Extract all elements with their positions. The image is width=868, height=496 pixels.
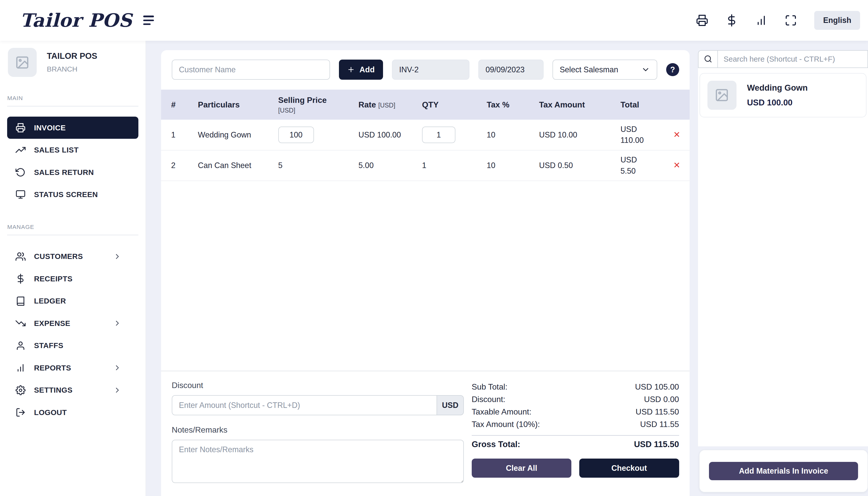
add-button-label: Add: [360, 65, 375, 74]
col-header-rate: Rate [USD]: [359, 100, 422, 109]
sidebar-item-label: STAFFS: [34, 341, 63, 350]
image-icon: [715, 88, 729, 102]
invoice-number-input[interactable]: [392, 60, 469, 80]
sidebar-item-receipts[interactable]: RECEIPTS: [7, 268, 138, 290]
row-number: 1: [171, 130, 198, 139]
sidebar-item-label: RECEIPTS: [34, 275, 72, 283]
dollar-icon: [725, 14, 738, 27]
add-materials-card: Add Materials In Invoice: [699, 450, 868, 493]
invoice-item-row: 2 Can Can Sheet 5 5.00 1 10 USD 0.50 USD…: [161, 151, 690, 181]
selling-price-input[interactable]: [278, 126, 314, 143]
fullscreen-icon: [785, 14, 797, 27]
sidebar-item-staffs[interactable]: STAFFS: [7, 335, 138, 357]
customer-name-input[interactable]: [172, 60, 330, 80]
delete-row-button[interactable]: ✕: [673, 161, 680, 170]
sidebar: TAILOR POS BRANCH MAININVOICESALES LISTS…: [0, 41, 146, 496]
sidebar-item-sales-list[interactable]: SALES LIST: [7, 139, 138, 161]
gear-icon: [16, 385, 26, 395]
col-header-tax-amount: Tax Amount: [539, 100, 620, 109]
delete-row-button[interactable]: ✕: [673, 130, 680, 139]
printer-icon: [16, 123, 26, 133]
salesman-select-value: Select Salesman: [560, 65, 618, 74]
sidebar-item-label: EXPENSE: [34, 319, 70, 328]
chevron-right-icon: [113, 319, 122, 327]
app-root: Tailor POS English TAILOR POS BRANCH MAI…: [0, 0, 868, 496]
gross-total-row: Gross Total: USD 115.50: [472, 439, 679, 449]
discount-label: Discount: [172, 381, 464, 390]
product-name: Wedding Gown: [747, 83, 808, 93]
row-tax-amount: USD 0.50: [539, 161, 620, 170]
invoice-footer: Discount USD Notes/Remarks Sub Total:USD…: [161, 371, 690, 496]
dollar-icon[interactable]: [725, 14, 738, 27]
sidebar-item-ledger[interactable]: LEDGER: [7, 290, 138, 312]
image-icon: [15, 55, 30, 70]
items-table-header: # Particulars Selling Price[USD] Rate [U…: [161, 90, 690, 120]
col-header-particulars: Particulars: [198, 100, 278, 109]
summary-label: Discount:: [472, 393, 505, 406]
notes-textarea[interactable]: [172, 440, 464, 483]
products-panel: Wedding Gown USD 100.00 Add Materials In…: [698, 41, 868, 496]
profile-name: TAILOR POS: [47, 51, 98, 61]
sidebar-section-label: MANAGE: [7, 223, 138, 235]
sidebar-item-logout[interactable]: LOGOUT: [7, 401, 138, 424]
sidebar-item-label: SALES LIST: [34, 146, 78, 154]
products-card: Wedding Gown USD 100.00: [698, 50, 868, 446]
product-image-placeholder: [707, 81, 736, 110]
main-area: Add Select Salesman ? # Particulars Sell…: [146, 41, 698, 496]
help-button[interactable]: ?: [666, 63, 679, 76]
totals-divider: [472, 435, 679, 436]
bar-chart-icon: [16, 363, 26, 373]
page-body: TAILOR POS BRANCH MAININVOICESALES LISTS…: [0, 41, 868, 496]
chevron-right-icon: [113, 252, 122, 261]
sidebar-item-invoice[interactable]: INVOICE: [7, 117, 138, 139]
qty-input[interactable]: [422, 126, 455, 143]
printer-icon[interactable]: [696, 14, 708, 27]
menu-toggle-icon[interactable]: [141, 14, 156, 28]
invoice-card: Add Select Salesman ? # Particulars Sell…: [161, 50, 690, 496]
add-materials-button[interactable]: Add Materials In Invoice: [709, 462, 858, 480]
profile-branch: BRANCH: [47, 65, 98, 73]
gross-total-value: USD 115.50: [634, 439, 679, 449]
sidebar-item-settings[interactable]: SETTINGS: [7, 379, 138, 402]
discount-input[interactable]: [172, 395, 437, 415]
product-search-input[interactable]: [717, 50, 868, 68]
gross-total-label: Gross Total:: [472, 439, 520, 449]
sidebar-item-reports[interactable]: REPORTS: [7, 357, 138, 379]
printer-icon: [696, 14, 708, 27]
selling-price-value: 5: [278, 161, 283, 170]
row-total: USD 110.00: [620, 124, 652, 146]
chevron-right-icon: [113, 363, 122, 372]
sidebar-item-status-screen[interactable]: STATUS SCREEN: [7, 183, 138, 206]
trending-down-icon: [16, 318, 26, 328]
summary-value: USD 0.00: [644, 393, 679, 406]
sidebar-item-customers[interactable]: CUSTOMERS: [7, 246, 138, 268]
checkout-button[interactable]: Checkout: [579, 459, 679, 477]
row-rate: 5.00: [359, 161, 422, 170]
profile-block: TAILOR POS BRANCH: [0, 48, 146, 77]
search-icon: [704, 55, 712, 63]
invoice-item-row: 1 Wedding Gown USD 100.00 10 USD 10.00 U…: [161, 120, 690, 150]
summary-value: USD 105.00: [635, 381, 679, 393]
product-card[interactable]: Wedding Gown USD 100.00: [700, 73, 866, 118]
avatar: [8, 48, 37, 77]
sidebar-section-label: MAIN: [7, 95, 138, 107]
add-item-button[interactable]: Add: [339, 60, 383, 80]
salesman-select[interactable]: Select Salesman: [553, 60, 657, 80]
invoice-date-input[interactable]: [478, 60, 543, 80]
sidebar-item-label: STATUS SCREEN: [34, 190, 98, 199]
sidebar-item-label: SALES RETURN: [34, 168, 94, 177]
fullscreen-icon[interactable]: [785, 14, 797, 27]
sidebar-item-expense[interactable]: EXPENSE: [7, 312, 138, 335]
product-list: Wedding Gown USD 100.00: [698, 68, 868, 118]
summary-label: Tax Amount (10%):: [472, 418, 540, 431]
bar-chart-icon[interactable]: [755, 14, 767, 27]
language-button[interactable]: English: [814, 11, 860, 30]
col-header-selling-price: Selling Price[USD]: [278, 95, 359, 114]
clear-all-button[interactable]: Clear All: [472, 459, 572, 477]
sidebar-item-sales-return[interactable]: SALES RETURN: [7, 161, 138, 184]
brand-logo: Tailor POS: [20, 11, 132, 30]
currency-addon: USD: [437, 395, 464, 415]
product-price: USD 100.00: [747, 98, 808, 107]
row-tax-percent: 10: [487, 161, 539, 170]
plus-icon: [347, 66, 355, 74]
